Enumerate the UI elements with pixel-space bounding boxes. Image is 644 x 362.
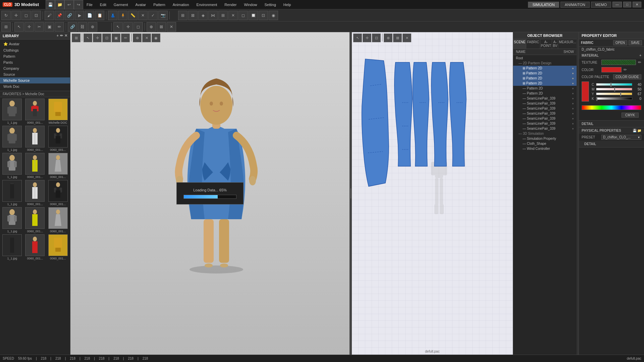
tool-fold2[interactable]: 📋 bbox=[95, 11, 104, 20]
color-edit-icon[interactable]: ✏ bbox=[624, 67, 627, 72]
list-item[interactable]: 0060_001... bbox=[24, 180, 46, 206]
texture-edit-icon[interactable]: ✏ bbox=[638, 60, 641, 65]
tool-camera[interactable]: 📷 bbox=[158, 11, 168, 20]
tool-3d-select2[interactable]: ⊡ bbox=[32, 11, 41, 20]
menu-environment[interactable]: Environment bbox=[193, 2, 221, 8]
lib-add-icon[interactable]: + bbox=[57, 34, 59, 38]
menu-setting[interactable]: Setting bbox=[261, 2, 279, 8]
tool-check[interactable]: ✓ bbox=[148, 11, 158, 20]
nav-source[interactable]: Source bbox=[0, 71, 70, 77]
tree-seam1[interactable]: — SeamLinePair_339 ● bbox=[513, 96, 577, 101]
physical-detail-header[interactable]: DETAIL bbox=[579, 141, 644, 147]
tab-animation[interactable]: ANIMAITON bbox=[560, 2, 590, 8]
tree-seam6[interactable]: — SeamLinePair_339 ● bbox=[513, 121, 577, 126]
list-item[interactable]: 1_1.jpg bbox=[1, 234, 23, 260]
tool2-2d4[interactable]: ⊕ bbox=[147, 22, 156, 32]
tab-simulation[interactable]: SIMULATION bbox=[528, 2, 559, 8]
tree-seam4[interactable]: — SeamLinePair_339 ● bbox=[513, 111, 577, 116]
tool-r8[interactable]: 🔲 bbox=[249, 11, 258, 20]
ob-tab-scene[interactable]: SCENE bbox=[513, 39, 526, 49]
vp2-tool3[interactable]: ⊡ bbox=[372, 34, 381, 42]
tree-seam3[interactable]: — SeamLinePair_339 ● bbox=[513, 106, 577, 111]
rainbow-color-bar[interactable] bbox=[582, 105, 641, 110]
physical-load-icon[interactable]: 📁 bbox=[637, 129, 641, 132]
menu-animation[interactable]: Animation bbox=[169, 2, 193, 8]
color-swatch[interactable] bbox=[601, 67, 622, 72]
tree-pattern2d-2[interactable]: ⊞ Pattern 2D ● bbox=[513, 71, 577, 76]
tool2-2d2[interactable]: ✛ bbox=[123, 22, 133, 32]
tool2-arrow[interactable]: ↖ bbox=[14, 22, 24, 32]
vp-camera5[interactable]: ✏ bbox=[121, 34, 130, 42]
physical-section-header[interactable]: PHYSICAL PROPERTIES 💾 📁 bbox=[579, 127, 644, 134]
tool-garment[interactable]: 👗 bbox=[108, 11, 117, 20]
tool-r4[interactable]: ⋈ bbox=[208, 11, 218, 20]
tool-3d-rotate[interactable]: ↻ bbox=[1, 11, 11, 20]
menu-window[interactable]: Window bbox=[240, 2, 260, 8]
list-item[interactable]: 0060_001... bbox=[47, 234, 69, 260]
list-item[interactable]: 0060_001... bbox=[24, 234, 46, 260]
vp-camera2[interactable]: ✛ bbox=[93, 34, 102, 42]
color-preview-swatch[interactable] bbox=[582, 81, 589, 102]
list-item[interactable]: 0060_001... bbox=[24, 207, 46, 233]
tool2-fold[interactable]: ▣ bbox=[45, 22, 54, 32]
menu-garment[interactable]: Garment bbox=[110, 2, 131, 8]
tree-seam5[interactable]: — SeamLinePair_339 ● bbox=[513, 116, 577, 121]
nav-clothings[interactable]: Clothings bbox=[0, 47, 70, 53]
menu-render[interactable]: Render bbox=[221, 2, 240, 8]
list-item[interactable]: 1_1.jpg bbox=[1, 126, 23, 152]
nav-avatar[interactable]: ⭐ Avatar bbox=[0, 41, 70, 47]
tree-pattern2d-3[interactable]: ⊞ Pattern 2D ● bbox=[513, 76, 577, 81]
tool-r5[interactable]: ⊞ bbox=[218, 11, 228, 20]
nav-work-doc[interactable]: Work Doc bbox=[0, 83, 70, 89]
cmyk-c-track[interactable] bbox=[596, 83, 632, 86]
vp2-tool2[interactable]: ✛ bbox=[363, 34, 371, 42]
tree-sim-property[interactable]: — Simulation Property bbox=[513, 136, 577, 141]
tree-2d-design[interactable]: — 2D Parttern Design bbox=[513, 61, 577, 66]
tool-fold[interactable]: 📄 bbox=[85, 11, 94, 20]
nav-pants[interactable]: Pants bbox=[0, 59, 70, 65]
nav-pattern[interactable]: Pattern bbox=[0, 53, 70, 59]
list-item[interactable]: Michelle DOC bbox=[47, 99, 69, 124]
tool-simulate[interactable]: ▶ bbox=[75, 11, 84, 20]
tool2-cut[interactable]: ✂ bbox=[35, 22, 44, 32]
prop-save-btn[interactable]: SAVE bbox=[629, 40, 642, 45]
tool2-2d6[interactable]: ✕ bbox=[167, 22, 176, 32]
menu-edit[interactable]: Edit bbox=[97, 2, 110, 8]
tool-r10[interactable]: ◉ bbox=[269, 11, 278, 20]
vp-perspective[interactable]: ⊞ bbox=[72, 34, 80, 42]
tool2-edit[interactable]: ✏ bbox=[55, 22, 64, 32]
ob-tab-apoint[interactable]: A-POINT bbox=[540, 39, 552, 49]
vp-camera1[interactable]: ↖ bbox=[84, 34, 92, 42]
detail-section-header[interactable]: DETAIL bbox=[579, 121, 644, 127]
vp2-tool1[interactable]: ↖ bbox=[353, 34, 362, 42]
physical-save-icon[interactable]: 💾 bbox=[633, 129, 637, 132]
ob-tab-measur[interactable]: MEASUR... bbox=[558, 39, 577, 49]
tool-r1[interactable]: ⊞ bbox=[178, 11, 187, 20]
list-item[interactable]: 0060_001... bbox=[24, 126, 46, 152]
tree-3d-sim[interactable]: — 3D Simulation bbox=[513, 131, 577, 136]
viewport-2d[interactable]: ↖ ✛ ⊡ ⊕ ⊠ ✕ defult.pac bbox=[352, 32, 513, 355]
redo-icon[interactable]: ↪ bbox=[74, 0, 83, 9]
cmyk-mode-btn[interactable]: CMYK bbox=[622, 113, 639, 118]
list-item[interactable]: 0060_001... bbox=[47, 126, 69, 152]
tree-seam2[interactable]: — SeamLinePair_339 ● bbox=[513, 101, 577, 106]
texture-swatch[interactable] bbox=[601, 60, 636, 65]
menu-pattern[interactable]: Pattern bbox=[150, 2, 168, 8]
tool-brush[interactable]: 🖌 bbox=[45, 11, 54, 20]
cmyk-k-track[interactable] bbox=[596, 97, 632, 100]
tool2-seam1[interactable]: 🔗 bbox=[68, 22, 77, 32]
viewport-3d[interactable]: Loading Data... 65% ⊞ ↖ ✛ ⊡ ▣ ✏ ⊕ ✕ ◉ bbox=[70, 32, 350, 355]
vp-camera4[interactable]: ▣ bbox=[112, 34, 120, 42]
tool-r6[interactable]: ✕ bbox=[228, 11, 238, 20]
win-min[interactable]: — bbox=[612, 2, 622, 7]
list-item[interactable]: 0060_001... bbox=[47, 180, 69, 206]
win-max[interactable]: □ bbox=[623, 2, 631, 7]
tool2-2d5[interactable]: ⊠ bbox=[157, 22, 166, 32]
preset-dropdown[interactable]: D_chiffon_CLO_... ▾ bbox=[601, 135, 641, 140]
tool-r3[interactable]: ◈ bbox=[198, 11, 208, 20]
material-section-header[interactable]: MATERIAL + bbox=[579, 52, 644, 59]
list-item[interactable]: 0060_001... bbox=[24, 99, 46, 124]
tool-3d-move[interactable]: ✛ bbox=[11, 11, 21, 20]
vp-camera3[interactable]: ⊡ bbox=[102, 34, 111, 42]
tree-pattern2d-5[interactable]: — Pattern 2D ● bbox=[513, 86, 577, 91]
